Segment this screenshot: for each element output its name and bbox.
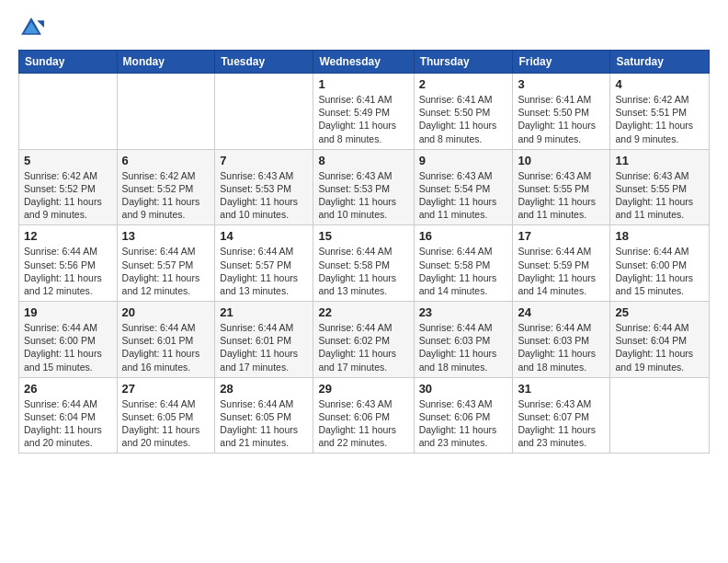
day-number: 1 [318,77,408,91]
day-info: Sunrise: 6:44 AMSunset: 6:03 PMDaylight:… [419,321,508,373]
day-info: Sunrise: 6:44 AMSunset: 6:05 PMDaylight:… [122,397,210,450]
calendar-cell: 8Sunrise: 6:43 AMSunset: 5:53 PMDaylight… [313,149,414,225]
calendar: SundayMondayTuesdayWednesdayThursdayFrid… [18,50,710,454]
day-number: 27 [122,382,210,396]
week-row-3: 12Sunrise: 6:44 AMSunset: 5:56 PMDayligh… [19,225,710,302]
day-number: 21 [220,305,308,319]
day-number: 7 [220,154,308,167]
day-number: 13 [122,229,210,243]
day-info: Sunrise: 6:44 AMSunset: 6:05 PMDaylight:… [220,397,308,450]
day-info: Sunrise: 6:43 AMSunset: 6:07 PMDaylight:… [518,397,605,450]
calendar-cell: 31Sunrise: 6:43 AMSunset: 6:07 PMDayligh… [513,377,610,454]
calendar-cell: 6Sunrise: 6:42 AMSunset: 5:52 PMDaylight… [117,149,215,225]
calendar-cell: 22Sunrise: 6:44 AMSunset: 6:02 PMDayligh… [313,302,414,378]
day-number: 9 [419,154,508,167]
day-number: 19 [24,305,112,319]
day-number: 20 [122,305,210,319]
day-number: 24 [518,305,605,319]
calendar-cell: 13Sunrise: 6:44 AMSunset: 5:57 PMDayligh… [117,225,215,302]
day-info: Sunrise: 6:42 AMSunset: 5:52 PMDaylight:… [24,169,112,222]
day-info: Sunrise: 6:43 AMSunset: 6:06 PMDaylight:… [318,397,408,450]
calendar-cell: 4Sunrise: 6:42 AMSunset: 5:51 PMDaylight… [610,74,710,150]
calendar-cell: 9Sunrise: 6:43 AMSunset: 5:54 PMDaylight… [414,149,513,225]
calendar-cell: 29Sunrise: 6:43 AMSunset: 6:06 PMDayligh… [313,377,414,454]
header [18,15,710,40]
day-number: 14 [220,229,308,243]
calendar-cell: 26Sunrise: 6:44 AMSunset: 6:04 PMDayligh… [19,377,118,454]
day-info: Sunrise: 6:43 AMSunset: 5:55 PMDaylight:… [615,169,704,222]
week-row-1: 1Sunrise: 6:41 AMSunset: 5:49 PMDaylight… [19,74,710,150]
day-number: 5 [24,154,112,167]
day-number: 23 [419,305,508,319]
calendar-cell: 11Sunrise: 6:43 AMSunset: 5:55 PMDayligh… [610,149,710,225]
day-info: Sunrise: 6:44 AMSunset: 5:59 PMDaylight:… [518,245,605,297]
day-info: Sunrise: 6:44 AMSunset: 6:03 PMDaylight:… [518,321,605,373]
day-number: 22 [318,305,408,319]
day-info: Sunrise: 6:44 AMSunset: 5:57 PMDaylight:… [220,245,308,297]
day-info: Sunrise: 6:43 AMSunset: 6:06 PMDaylight:… [419,397,508,450]
day-info: Sunrise: 6:41 AMSunset: 5:50 PMDaylight:… [419,93,508,145]
calendar-cell [610,377,710,454]
calendar-cell: 20Sunrise: 6:44 AMSunset: 6:01 PMDayligh… [117,302,215,378]
calendar-cell: 3Sunrise: 6:41 AMSunset: 5:50 PMDaylight… [513,74,610,150]
page: SundayMondayTuesdayWednesdayThursdayFrid… [0,0,728,563]
weekday-header-sunday: Sunday [19,51,118,74]
calendar-cell: 14Sunrise: 6:44 AMSunset: 5:57 PMDayligh… [215,225,313,302]
calendar-cell: 23Sunrise: 6:44 AMSunset: 6:03 PMDayligh… [414,302,513,378]
calendar-cell: 28Sunrise: 6:44 AMSunset: 6:05 PMDayligh… [215,377,313,454]
day-info: Sunrise: 6:44 AMSunset: 5:56 PMDaylight:… [24,245,112,297]
day-number: 30 [419,382,508,396]
calendar-cell: 5Sunrise: 6:42 AMSunset: 5:52 PMDaylight… [19,149,118,225]
day-number: 12 [24,229,112,243]
day-info: Sunrise: 6:44 AMSunset: 5:57 PMDaylight:… [122,245,210,297]
calendar-cell: 2Sunrise: 6:41 AMSunset: 5:50 PMDaylight… [414,74,513,150]
day-number: 16 [419,229,508,243]
calendar-cell [19,74,118,150]
calendar-cell: 12Sunrise: 6:44 AMSunset: 5:56 PMDayligh… [19,225,118,302]
day-number: 2 [419,77,508,91]
svg-marker-2 [37,20,44,28]
day-number: 11 [615,154,704,167]
weekday-header-tuesday: Tuesday [215,51,313,74]
calendar-cell: 21Sunrise: 6:44 AMSunset: 6:01 PMDayligh… [215,302,313,378]
weekday-header-row: SundayMondayTuesdayWednesdayThursdayFrid… [19,51,710,74]
day-number: 28 [220,382,308,396]
calendar-cell: 18Sunrise: 6:44 AMSunset: 6:00 PMDayligh… [610,225,710,302]
day-number: 17 [518,229,605,243]
weekday-header-friday: Friday [513,51,610,74]
calendar-cell: 16Sunrise: 6:44 AMSunset: 5:58 PMDayligh… [414,225,513,302]
day-info: Sunrise: 6:44 AMSunset: 5:58 PMDaylight:… [318,245,408,297]
calendar-cell [117,74,215,150]
week-row-5: 26Sunrise: 6:44 AMSunset: 6:04 PMDayligh… [19,377,710,454]
day-info: Sunrise: 6:44 AMSunset: 6:00 PMDaylight:… [615,245,704,297]
weekday-header-saturday: Saturday [610,51,710,74]
calendar-cell: 27Sunrise: 6:44 AMSunset: 6:05 PMDayligh… [117,377,215,454]
weekday-header-monday: Monday [117,51,215,74]
day-number: 25 [615,305,704,319]
day-number: 15 [318,229,408,243]
day-number: 6 [122,154,210,167]
calendar-cell: 19Sunrise: 6:44 AMSunset: 6:00 PMDayligh… [19,302,118,378]
day-info: Sunrise: 6:44 AMSunset: 5:58 PMDaylight:… [419,245,508,297]
day-info: Sunrise: 6:43 AMSunset: 5:54 PMDaylight:… [419,169,508,222]
day-info: Sunrise: 6:44 AMSunset: 6:00 PMDaylight:… [24,321,112,373]
logo [18,15,48,40]
day-info: Sunrise: 6:42 AMSunset: 5:51 PMDaylight:… [615,93,704,145]
calendar-cell: 24Sunrise: 6:44 AMSunset: 6:03 PMDayligh… [513,302,610,378]
day-number: 31 [518,382,605,396]
day-info: Sunrise: 6:44 AMSunset: 6:01 PMDaylight:… [220,321,308,373]
weekday-header-thursday: Thursday [414,51,513,74]
day-info: Sunrise: 6:44 AMSunset: 6:02 PMDaylight:… [318,321,408,373]
day-info: Sunrise: 6:43 AMSunset: 5:53 PMDaylight:… [318,169,408,222]
day-info: Sunrise: 6:41 AMSunset: 5:49 PMDaylight:… [318,93,408,145]
day-info: Sunrise: 6:42 AMSunset: 5:52 PMDaylight:… [122,169,210,222]
calendar-cell: 7Sunrise: 6:43 AMSunset: 5:53 PMDaylight… [215,149,313,225]
day-number: 29 [318,382,408,396]
day-info: Sunrise: 6:44 AMSunset: 6:04 PMDaylight:… [615,321,704,373]
day-info: Sunrise: 6:43 AMSunset: 5:53 PMDaylight:… [220,169,308,222]
calendar-cell: 30Sunrise: 6:43 AMSunset: 6:06 PMDayligh… [414,377,513,454]
calendar-cell: 25Sunrise: 6:44 AMSunset: 6:04 PMDayligh… [610,302,710,378]
calendar-cell: 10Sunrise: 6:43 AMSunset: 5:55 PMDayligh… [513,149,610,225]
day-number: 18 [615,229,704,243]
day-info: Sunrise: 6:44 AMSunset: 6:01 PMDaylight:… [122,321,210,373]
